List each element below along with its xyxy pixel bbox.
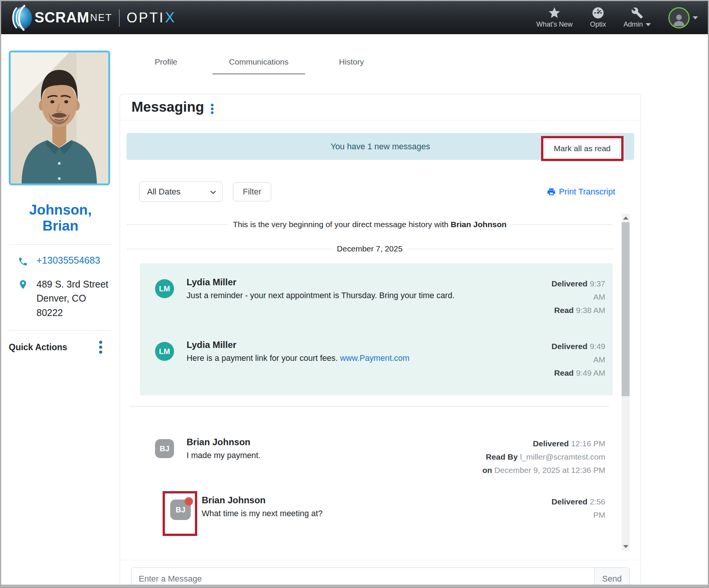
avatar-cell: LM bbox=[155, 339, 187, 379]
message-content: Brian Johnson What time is my next meeti… bbox=[202, 494, 539, 522]
message-text: What time is my next meeting at? bbox=[202, 509, 539, 518]
printer-icon bbox=[547, 187, 556, 196]
scramnet-swoosh-icon bbox=[8, 5, 35, 31]
top-navbar: SCRAMNET OPTIX What's New bbox=[1, 1, 708, 34]
avatar-cell: LM bbox=[155, 276, 187, 317]
nav-admin[interactable]: Admin bbox=[624, 7, 651, 28]
meta-value: AM bbox=[593, 292, 606, 301]
wrench-icon bbox=[631, 7, 644, 19]
navbar-menu: What's New Optix bbox=[536, 7, 698, 28]
client-address: 489 S. 3rd Street Denver, CO 80222 bbox=[36, 277, 108, 320]
tab-bar: Profile Communications History bbox=[120, 51, 641, 74]
meta-label: Delivered bbox=[533, 439, 569, 448]
sender-avatar: BJ bbox=[155, 439, 174, 458]
sender-name: Lydia Miller bbox=[187, 277, 539, 288]
sidebar-divider bbox=[9, 330, 112, 330]
new-messages-alert: You have 1 new messages Mark all as read bbox=[127, 133, 634, 160]
message-meta: Delivered9:49 AM Read9:49 AM bbox=[539, 339, 605, 379]
meta-label: Read bbox=[554, 306, 574, 315]
client-name-line2: Brian bbox=[9, 218, 112, 234]
meta-value: 9:37 bbox=[590, 279, 605, 288]
message-content: Lydia Miller Here is a payment link for … bbox=[187, 339, 539, 379]
meta-label: Delivered bbox=[552, 342, 588, 351]
message-row: LM Lydia Miller Just a reminder - your n… bbox=[155, 276, 605, 317]
print-transcript-link[interactable]: Print Transcript bbox=[547, 187, 615, 197]
message-meta: Delivered2:56 PM bbox=[539, 494, 605, 522]
meta-label: Read By bbox=[486, 452, 518, 461]
messaging-header: Messaging bbox=[120, 94, 641, 120]
mark-all-as-read-button[interactable]: Mark all as read bbox=[544, 139, 620, 158]
message-composer: Send bbox=[120, 560, 641, 588]
message-text: Here is a payment link for your court fe… bbox=[187, 354, 539, 363]
tab-history[interactable]: History bbox=[305, 51, 398, 74]
scrollbar-thumb[interactable] bbox=[622, 222, 630, 396]
avatar-cell: BJ bbox=[155, 436, 187, 477]
tab-profile[interactable]: Profile bbox=[120, 51, 212, 74]
message-text-part: Here is a payment link for your court fe… bbox=[187, 354, 338, 363]
phone-row: +13035554683 bbox=[9, 255, 112, 267]
meta-value: 9:49 bbox=[590, 342, 605, 351]
date-range-value: All Dates bbox=[147, 187, 180, 197]
sender-name: Brian Johnson bbox=[187, 437, 474, 447]
chevron-down-icon bbox=[209, 188, 217, 196]
quick-actions: Quick Actions bbox=[9, 341, 112, 354]
nav-optix[interactable]: Optix bbox=[590, 7, 606, 28]
meta-value: PM bbox=[593, 511, 606, 519]
message-meta: Delivered12:16 PM Read Byl_miller@scramt… bbox=[474, 436, 605, 477]
message-history: This is the very beginning of your direc… bbox=[127, 214, 634, 551]
user-avatar[interactable] bbox=[668, 7, 690, 28]
meta-value: December 9, 2025 at 12:36 PM bbox=[494, 466, 605, 474]
sender-avatar: LM bbox=[155, 279, 174, 298]
gauge-icon bbox=[592, 7, 605, 19]
brand-x: X bbox=[165, 9, 174, 26]
message-text: Just a reminder - your next appointment … bbox=[187, 291, 539, 300]
date-range-select[interactable]: All Dates bbox=[139, 182, 223, 202]
history-intro-prefix: This is the very beginning of your direc… bbox=[233, 220, 448, 229]
message-row: LM Lydia Miller Here is a payment link f… bbox=[155, 339, 605, 379]
scroll-up-icon[interactable] bbox=[622, 214, 630, 222]
brand-scram: SCRAM bbox=[35, 9, 89, 26]
sender-avatar: LM bbox=[155, 342, 174, 361]
meta-label: Delivered bbox=[552, 497, 588, 506]
nav-whats-new-label: What's New bbox=[536, 21, 572, 28]
nav-optix-label: Optix bbox=[590, 21, 606, 28]
message-text: I made my payment. bbox=[187, 451, 474, 460]
client-name: Johnson, Brian bbox=[9, 202, 112, 234]
meta-value: 12:16 PM bbox=[571, 439, 605, 448]
history-intro-text: This is the very beginning of your direc… bbox=[228, 220, 512, 229]
client-photo bbox=[9, 51, 110, 185]
quick-actions-label: Quick Actions bbox=[9, 342, 67, 352]
filter-button[interactable]: Filter bbox=[233, 182, 271, 201]
app-window: SCRAMNET OPTIX What's New bbox=[0, 0, 709, 588]
client-name-line1: Johnson, bbox=[9, 202, 112, 218]
meta-label: Read bbox=[554, 368, 574, 377]
meta-label: on bbox=[483, 466, 492, 474]
meta-value: 9:38 AM bbox=[576, 306, 605, 315]
brand-logo: SCRAMNET OPTIX bbox=[8, 5, 175, 31]
tab-communications[interactable]: Communications bbox=[212, 51, 305, 74]
sent-message-group: BJ Brian Johnson I made my payment. Deli… bbox=[140, 436, 613, 522]
received-message-group: LM Lydia Miller Just a reminder - your n… bbox=[140, 263, 613, 395]
scroll-down-icon[interactable] bbox=[622, 542, 630, 551]
messaging-kebab-icon[interactable] bbox=[211, 104, 214, 114]
payment-link[interactable]: www.Payment.com bbox=[340, 354, 410, 363]
address-line2: Denver, CO bbox=[36, 291, 108, 306]
message-group-divider bbox=[130, 406, 609, 406]
message-scrollbar[interactable] bbox=[622, 214, 630, 551]
annotation-highlight-box: Mark all as read bbox=[541, 136, 624, 161]
message-content: Brian Johnson I made my payment. bbox=[187, 436, 474, 477]
filter-row: All Dates Filter Print Transcript bbox=[139, 182, 615, 202]
window-bottom-edge bbox=[1, 585, 708, 587]
admin-caret-icon bbox=[646, 23, 651, 26]
phone-icon bbox=[18, 256, 28, 267]
nav-whats-new[interactable]: What's New bbox=[536, 7, 572, 28]
message-meta: Delivered9:37 AM Read9:38 AM bbox=[539, 276, 605, 317]
quick-actions-kebab-icon[interactable] bbox=[99, 341, 102, 354]
brand-opti: OPTI bbox=[127, 10, 165, 26]
page-title: Messaging bbox=[131, 99, 204, 115]
brand-net: NET bbox=[90, 12, 112, 24]
messaging-body: You have 1 new messages Mark all as read… bbox=[120, 120, 641, 551]
history-intro-name: Brian Johnson bbox=[451, 220, 506, 229]
user-menu[interactable] bbox=[668, 7, 698, 28]
client-phone-link[interactable]: +13035554683 bbox=[36, 255, 100, 266]
